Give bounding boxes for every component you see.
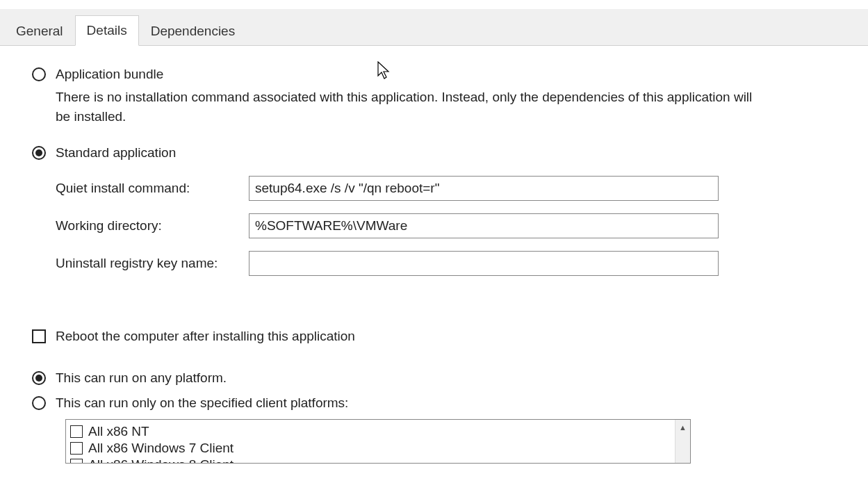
field-label: Working directory: xyxy=(56,218,249,234)
radio-label: This can run on any platform. xyxy=(56,370,227,386)
radio-icon xyxy=(32,396,46,410)
checkbox-reboot[interactable]: Reboot the computer after installing thi… xyxy=(32,329,836,344)
radio-label: Standard application xyxy=(56,145,176,161)
checkbox-label: Reboot the computer after installing thi… xyxy=(56,329,355,344)
radio-application-bundle[interactable]: Application bundle xyxy=(32,67,836,82)
field-uninstall-key: Uninstall registry key name: xyxy=(56,251,836,276)
working-directory-input[interactable] xyxy=(249,213,719,238)
quiet-install-input[interactable] xyxy=(249,176,719,201)
platform-listbox[interactable]: All x86 NT All x86 Windows 7 Client All … xyxy=(65,419,691,464)
field-label: Quiet install command: xyxy=(56,181,249,196)
radio-specified-platforms[interactable]: This can run only on the specified clien… xyxy=(32,395,836,411)
radio-icon xyxy=(32,371,46,385)
radio-icon xyxy=(32,67,46,81)
tab-details[interactable]: Details xyxy=(75,15,139,46)
checkbox-icon xyxy=(32,329,46,343)
radio-icon xyxy=(32,146,46,160)
list-item[interactable]: All x86 NT xyxy=(70,424,671,439)
checkbox-icon xyxy=(70,425,83,438)
window-top-area xyxy=(0,0,868,10)
details-panel: Application bundle There is no installat… xyxy=(0,46,868,464)
list-item[interactable]: All x86 Windows 7 Client xyxy=(70,441,671,456)
field-quiet-install: Quiet install command: xyxy=(56,176,836,201)
radio-label: Application bundle xyxy=(56,67,163,82)
list-item-label: All x86 NT xyxy=(88,424,149,439)
platform-items: All x86 NT All x86 Windows 7 Client All … xyxy=(66,420,675,463)
radio-label: This can run only on the specified clien… xyxy=(56,395,348,411)
tab-general[interactable]: General xyxy=(4,16,75,46)
list-item-label: All x86 Windows 7 Client xyxy=(88,441,234,456)
list-item-label: All x86 Windows 8 Client xyxy=(88,457,234,464)
radio-any-platform[interactable]: This can run on any platform. xyxy=(32,370,836,386)
radio-standard-application[interactable]: Standard application xyxy=(32,145,836,161)
uninstall-key-input[interactable] xyxy=(249,251,719,276)
bundle-description: There is no installation command associa… xyxy=(56,88,764,126)
tab-dependencies[interactable]: Dependencies xyxy=(139,16,247,46)
list-item[interactable]: All x86 Windows 8 Client xyxy=(70,457,671,464)
field-label: Uninstall registry key name: xyxy=(56,256,249,271)
scroll-up-icon[interactable]: ▲ xyxy=(675,420,690,435)
tab-strip: General Details Dependencies xyxy=(0,10,868,46)
checkbox-icon xyxy=(70,442,83,455)
field-working-directory: Working directory: xyxy=(56,213,836,238)
scrollbar[interactable]: ▲ xyxy=(675,420,690,463)
checkbox-icon xyxy=(70,459,83,464)
standard-fields: Quiet install command: Working directory… xyxy=(56,176,836,276)
